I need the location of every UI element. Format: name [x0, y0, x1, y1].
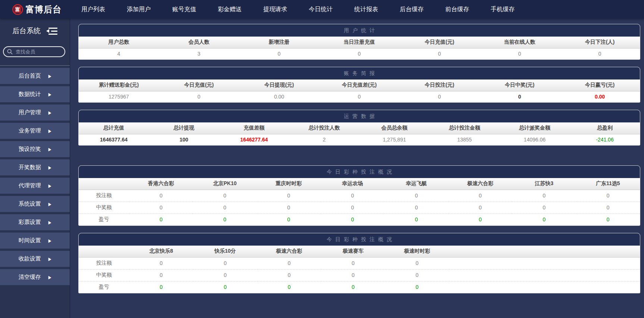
panel-table: 用户总数会员人数新增注册当日注册充值今日充值(元)当前在线人数今日下注(人)43…	[79, 37, 640, 59]
value-cell: 0	[385, 269, 449, 281]
filler-cell	[449, 281, 640, 293]
column-header: 重庆时时彩	[257, 178, 321, 190]
sidebar-item-4[interactable]: 业务管理▶	[0, 123, 70, 139]
column-header: 香港六合彩	[129, 178, 193, 190]
value-cell: 0	[448, 202, 512, 213]
sidebar-title: 后台系统	[12, 26, 41, 36]
column-header: 江苏快3	[512, 178, 576, 190]
table-row: 1646377.641001646277.6421,275,8911385514…	[79, 134, 640, 145]
column-header: 极速六合彩	[448, 178, 512, 190]
value-cell: 0	[239, 48, 319, 59]
nav-item-1[interactable]: 用户列表	[81, 6, 105, 13]
value-cell: 0	[512, 190, 576, 202]
nav-item-3[interactable]: 账号充值	[172, 6, 196, 13]
column-header: 幸运农场	[321, 178, 384, 190]
main-content: 用户统计用户总数会员人数新增注册当日注册充值今日充值(元)当前在线人数今日下注(…	[70, 19, 644, 318]
value-cell: 0	[384, 213, 448, 225]
sidebar-item-1[interactable]: 后台首页▶	[0, 68, 70, 84]
sidebar-header: 后台系统	[0, 19, 70, 36]
panel-title: 今日彩种投注概况	[79, 233, 640, 246]
value-cell: -241.06	[570, 134, 640, 145]
value-cell: 0	[257, 269, 321, 281]
chevron-right-icon: ▶	[48, 128, 51, 133]
sidebar-item-6[interactable]: 开奖数据▶	[0, 159, 70, 175]
collapse-menu-icon[interactable]	[46, 27, 57, 35]
column-header: 极速时时彩	[385, 246, 449, 257]
value-cell: 0	[193, 257, 257, 269]
nav-item-5[interactable]: 提现请求	[263, 6, 287, 13]
sidebar-item-3[interactable]: 用户管理▶	[0, 105, 70, 121]
sidebar-item-5[interactable]: 预设控奖▶	[0, 141, 70, 157]
value-cell: 0	[399, 48, 480, 59]
value-cell: 0	[129, 269, 193, 281]
sidebar-item-label: 预设控奖	[19, 146, 41, 153]
row-label: 投注额	[79, 257, 129, 269]
sidebar-item-label: 彩票设置	[19, 219, 41, 226]
table-row: 盈亏00000	[79, 281, 640, 293]
value-cell: 0	[576, 213, 640, 225]
nav-item-2[interactable]: 添加用户	[127, 6, 151, 13]
nav-item-9[interactable]: 前台缓存	[445, 6, 469, 13]
value-cell: 0	[257, 281, 321, 293]
column-header: 会员总余额	[359, 122, 430, 134]
column-header-empty	[79, 178, 129, 190]
column-header: 总计提现	[149, 122, 219, 134]
value-cell: 0	[129, 257, 193, 269]
value-cell: 14096.06	[500, 134, 570, 145]
sidebar-item-11[interactable]: 收款设置▶	[0, 251, 70, 267]
panel-operation-data: 运营数据总计充值总计提现充值差额总计投注人数会员总余额总计投注金额总计派奖金额总…	[78, 110, 640, 146]
panel-user-stats: 用户统计用户总数会员人数新增注册当日注册充值今日充值(元)当前在线人数今日下注(…	[78, 24, 640, 60]
search-box[interactable]	[3, 46, 65, 57]
panel-title: 运营数据	[79, 110, 640, 122]
value-cell: 0	[321, 202, 384, 213]
value-cell: 1275967	[79, 91, 159, 102]
value-cell: 0	[129, 202, 193, 213]
search-icon	[7, 49, 13, 54]
row-label: 盈亏	[79, 213, 129, 225]
table-row: 投注额00000	[79, 257, 640, 269]
column-header: 极速赛车	[321, 246, 385, 257]
panel-title: 账务简报	[79, 67, 640, 80]
filler-cell	[449, 269, 640, 281]
sidebar-item-9[interactable]: 彩票设置▶	[0, 214, 70, 230]
value-cell: 0	[319, 48, 399, 59]
panel-table: 香港六合彩北京PK10重庆时时彩幸运农场幸运飞艇极速六合彩江苏快3广东11选5投…	[79, 178, 640, 225]
value-cell: 0	[193, 281, 257, 293]
nav-item-4[interactable]: 彩金赠送	[218, 6, 242, 13]
panel-table: 总计充值总计提现充值差额总计投注人数会员总余额总计投注金额总计派奖金额总盈利16…	[79, 122, 640, 145]
sidebar-item-8[interactable]: 系统设置▶	[0, 196, 70, 212]
sidebar-item-10[interactable]: 时间设置▶	[0, 233, 70, 249]
sidebar-item-7[interactable]: 代理管理▶	[0, 178, 70, 194]
nav-item-10[interactable]: 手机缓存	[491, 6, 515, 13]
panel-finance-brief: 账务简报累计赠送彩金(元)今日充值(元)今日提现(元)今日充值差(元)今日投注(…	[78, 67, 640, 103]
chevron-right-icon: ▶	[48, 275, 51, 280]
value-cell: 3	[159, 48, 239, 59]
filler-cell	[449, 257, 640, 269]
logo[interactable]: 富 富博后台	[0, 4, 73, 15]
search-input[interactable]	[15, 49, 61, 55]
value-cell: 0	[321, 213, 384, 225]
sidebar-item-12[interactable]: 清空缓存▶	[0, 269, 70, 285]
sidebar-item-label: 系统设置	[19, 200, 41, 208]
value-cell: 0	[321, 190, 384, 202]
column-header: 今日提现(元)	[239, 80, 319, 91]
logo-icon: 富	[12, 4, 23, 15]
column-header: 广东11选5	[576, 178, 640, 190]
chevron-right-icon: ▶	[48, 92, 51, 97]
nav-item-8[interactable]: 后台缓存	[400, 6, 424, 13]
nav-item-6[interactable]: 今日统计	[309, 6, 333, 13]
panel-table: 累计赠送彩金(元)今日充值(元)今日提现(元)今日充值差(元)今日投注(元)今日…	[79, 80, 640, 102]
sidebar-item-label: 时间设置	[19, 237, 41, 244]
value-cell: 0	[576, 190, 640, 202]
value-cell: 2	[289, 134, 359, 145]
value-cell: 0	[193, 190, 257, 202]
column-header: 用户总数	[79, 37, 159, 48]
value-cell: 0	[385, 257, 449, 269]
column-header: 今日充值(元)	[159, 80, 239, 91]
sidebar-item-label: 业务管理	[19, 127, 41, 134]
value-cell: 0	[385, 281, 449, 293]
sidebar-item-2[interactable]: 数据统计▶	[0, 86, 70, 102]
value-cell: 0	[399, 91, 480, 102]
value-cell: 1,275,891	[359, 134, 430, 145]
nav-item-7[interactable]: 统计报表	[354, 6, 378, 13]
